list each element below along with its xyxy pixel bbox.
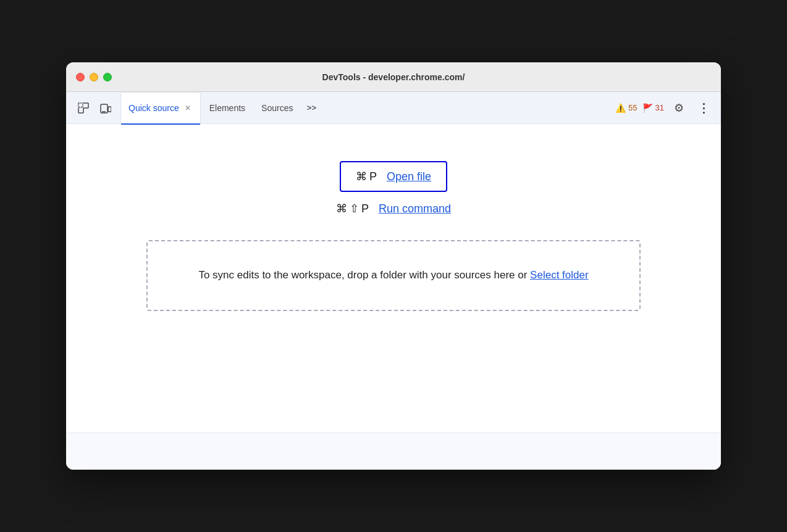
select-folder-link[interactable]: Select folder bbox=[530, 269, 589, 281]
errors-badge[interactable]: 🚩 31 bbox=[642, 103, 664, 113]
toolbar-right: ⚠️ 55 🚩 31 ⚙ ⋮ bbox=[615, 98, 713, 118]
tab-elements[interactable]: Elements bbox=[202, 92, 253, 124]
cmd-symbol-1: ⌘ bbox=[356, 170, 367, 183]
warning-icon: ⚠️ bbox=[615, 103, 626, 113]
settings-icon[interactable]: ⚙ bbox=[669, 98, 689, 118]
tab-elements-label: Elements bbox=[209, 103, 245, 113]
maximize-button[interactable] bbox=[103, 73, 112, 81]
title-bar: DevTools - developer.chrome.com/ bbox=[66, 62, 721, 92]
warnings-count: 55 bbox=[628, 103, 637, 112]
svg-rect-8 bbox=[108, 107, 111, 112]
devtools-window: DevTools - developer.chrome.com/ bbox=[66, 62, 721, 470]
p-key-1: P bbox=[369, 170, 377, 183]
error-icon: 🚩 bbox=[642, 103, 653, 113]
run-command-link[interactable]: Run command bbox=[379, 202, 451, 215]
close-button[interactable] bbox=[76, 73, 85, 81]
svg-rect-0 bbox=[78, 103, 83, 107]
inspector-icon[interactable] bbox=[74, 98, 93, 118]
tab-close-quick-source[interactable]: ✕ bbox=[183, 103, 193, 113]
open-file-row: ⌘ P Open file bbox=[340, 161, 447, 192]
run-command-row: ⌘ ⇧ P Run command bbox=[336, 202, 451, 215]
main-content: ⌘ P Open file ⌘ ⇧ P Run command To sync … bbox=[66, 124, 721, 433]
minimize-button[interactable] bbox=[90, 73, 98, 81]
drop-zone[interactable]: To sync edits to the workspace, drop a f… bbox=[146, 240, 641, 311]
toolbar: Quick source ✕ Elements Sources >> ⚠️ 55… bbox=[66, 92, 721, 124]
p-key-2: P bbox=[361, 202, 369, 215]
tab-sources[interactable]: Sources bbox=[254, 92, 300, 124]
drop-zone-text: To sync edits to the workspace, drop a f… bbox=[185, 266, 602, 285]
tab-sources-label: Sources bbox=[261, 103, 293, 113]
tab-quick-source[interactable]: Quick source ✕ bbox=[120, 92, 201, 124]
cmd-symbol-2: ⌘ bbox=[336, 202, 347, 215]
tab-group: Quick source ✕ Elements Sources >> bbox=[120, 92, 321, 124]
window-title: DevTools - developer.chrome.com/ bbox=[322, 72, 465, 82]
more-tabs-icon[interactable]: >> bbox=[301, 98, 321, 118]
shortcut-section: ⌘ P Open file ⌘ ⇧ P Run command bbox=[336, 161, 451, 215]
tab-quick-source-label: Quick source bbox=[128, 103, 179, 113]
warnings-badge[interactable]: ⚠️ 55 bbox=[615, 103, 637, 113]
more-options-icon[interactable]: ⋮ bbox=[694, 98, 713, 118]
open-file-link[interactable]: Open file bbox=[387, 170, 431, 183]
errors-count: 31 bbox=[655, 103, 664, 112]
device-toolbar-icon[interactable] bbox=[96, 98, 116, 118]
run-command-shortcut: ⌘ ⇧ P bbox=[336, 202, 369, 215]
bottom-area bbox=[66, 433, 721, 470]
open-file-shortcut: ⌘ P bbox=[356, 170, 377, 183]
traffic-lights bbox=[76, 73, 112, 81]
shift-symbol: ⇧ bbox=[350, 202, 359, 215]
